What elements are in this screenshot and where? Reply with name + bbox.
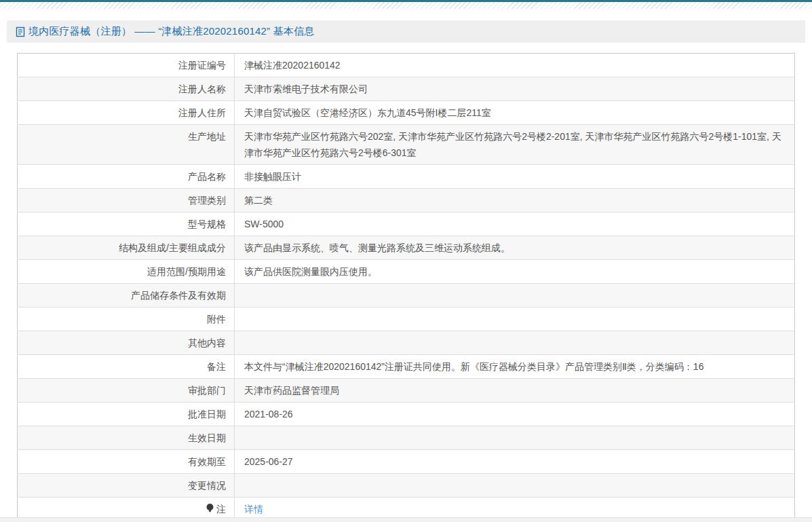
table-row: 变更情况 <box>18 474 795 498</box>
page-header: 境内医疗器械（注册） —— “津械注准20202160142” 基本信息 <box>7 20 805 43</box>
row-label-text: 有效期至 <box>188 456 226 467</box>
row-label: 注册证编号 <box>18 54 235 77</box>
row-label-text: 适用范围/预期用途 <box>147 266 226 277</box>
row-label-text: 备注 <box>207 361 226 372</box>
footer-band <box>0 517 812 522</box>
table-row: 适用范围/预期用途该产品供医院测量眼内压使用。 <box>18 260 795 284</box>
row-label-text: 批准日期 <box>188 409 226 420</box>
row-label-text: 注册证编号 <box>178 60 226 71</box>
row-value: 2025-06-27 <box>235 450 795 474</box>
row-label-text: 注册人住所 <box>178 107 226 118</box>
row-value <box>235 307 795 331</box>
row-value: 天津市药品监督管理局 <box>235 379 795 403</box>
row-value: SW-5000 <box>235 212 795 236</box>
row-value: 天津自贸试验区（空港经济区）东九道45号附I楼二层211室 <box>235 101 795 125</box>
row-label: 适用范围/预期用途 <box>18 260 235 284</box>
table-row: 生效日期 <box>18 426 795 450</box>
row-label-text: 型号规格 <box>188 219 226 229</box>
row-label-text: 审批部门 <box>188 385 226 396</box>
hatch-pattern-band <box>0 2 812 9</box>
row-label-text: 附件 <box>207 314 226 324</box>
bulb-icon <box>206 502 214 519</box>
row-label: 产品名称 <box>18 165 235 189</box>
row-value: 该产品由显示系统、喷气、测量光路系统及三维运动系统组成。 <box>235 236 795 260</box>
row-label-text: 结构及组成/主要组成成分 <box>119 242 226 253</box>
row-label: 产品储存条件及有效期 <box>18 284 235 307</box>
table-row: 型号规格SW-5000 <box>18 212 795 236</box>
row-label: 附件 <box>18 307 235 331</box>
table-row: 管理类别第二类 <box>18 189 795 212</box>
row-label: 备注 <box>18 355 235 379</box>
row-value-text: 2025-06-27 <box>244 456 293 467</box>
row-label: 注册人住所 <box>18 101 235 125</box>
detail-link[interactable]: 详情 <box>244 504 263 515</box>
row-label-text: 产品储存条件及有效期 <box>131 290 226 301</box>
row-value <box>235 474 795 498</box>
row-label: 型号规格 <box>18 212 235 236</box>
row-value-text: 第二类 <box>244 195 273 206</box>
row-value: 该产品供医院测量眼内压使用。 <box>235 260 795 284</box>
row-label-text: 其他内容 <box>188 337 226 348</box>
row-value-text: 该产品供医院测量眼内压使用。 <box>244 266 377 277</box>
row-value-text: SW-5000 <box>244 219 284 229</box>
table-row: 生产地址天津市华苑产业区竹苑路六号202室, 天津市华苑产业区竹苑路六号2号楼2… <box>18 125 795 165</box>
row-label-text: 管理类别 <box>188 195 226 206</box>
row-label: 变更情况 <box>18 474 235 498</box>
row-value <box>235 284 795 307</box>
row-value: 非接触眼压计 <box>235 165 795 189</box>
row-value-text: 2021-08-26 <box>244 409 293 420</box>
table-row: 产品名称非接触眼压计 <box>18 165 795 189</box>
row-label: 审批部门 <box>18 379 235 403</box>
row-label-text: 产品名称 <box>188 171 226 182</box>
row-value-text: 该产品由显示系统、喷气、测量光路系统及三维运动系统组成。 <box>244 242 510 253</box>
row-value: 2021-08-26 <box>235 403 795 426</box>
row-label: 注册人名称 <box>18 77 235 101</box>
row-label-text: 生效日期 <box>188 432 226 443</box>
table-row: 注册人名称天津市索维电子技术有限公司 <box>18 77 795 101</box>
row-value: 第二类 <box>235 189 795 212</box>
row-value: 津械注准20202160142 <box>235 54 795 77</box>
table-row: 附件 <box>18 307 795 331</box>
row-label: 管理类别 <box>18 189 235 212</box>
row-value-text: 津械注准20202160142 <box>244 60 341 71</box>
table-row: 备注本文件与“津械注准20202160142”注册证共同使用。新《医疗器械分类目… <box>18 355 795 379</box>
table-row: 产品储存条件及有效期 <box>18 284 795 307</box>
row-label: 有效期至 <box>18 450 235 474</box>
table-row: 批准日期2021-08-26 <box>18 403 795 426</box>
table-row: 审批部门天津市药品监督管理局 <box>18 379 795 403</box>
row-value: 本文件与“津械注准20202160142”注册证共同使用。新《医疗器械分类目录》… <box>235 355 795 379</box>
row-value: 天津市索维电子技术有限公司 <box>235 77 795 101</box>
row-label: 结构及组成/主要组成成分 <box>18 236 235 260</box>
row-value <box>235 426 795 450</box>
row-value <box>235 331 795 355</box>
table-row: 结构及组成/主要组成成分该产品由显示系统、喷气、测量光路系统及三维运动系统组成。 <box>18 236 795 260</box>
row-label-text: 注 <box>216 504 226 515</box>
row-label: 生效日期 <box>18 426 235 450</box>
row-value-text: 本文件与“津械注准20202160142”注册证共同使用。新《医疗器械分类目录》… <box>244 361 703 372</box>
row-label: 生产地址 <box>18 125 235 165</box>
row-label: 批准日期 <box>18 403 235 426</box>
row-value-text: 天津市药品监督管理局 <box>244 385 339 396</box>
row-label: 其他内容 <box>18 331 235 355</box>
row-value-text: 天津市索维电子技术有限公司 <box>244 83 368 94</box>
table-row: 注册人住所天津自贸试验区（空港经济区）东九道45号附I楼二层211室 <box>18 101 795 125</box>
row-label-text: 生产地址 <box>188 131 226 142</box>
table-row: 其他内容 <box>18 331 795 355</box>
table-row: 有效期至2025-06-27 <box>18 450 795 474</box>
row-label-text: 变更情况 <box>188 480 226 491</box>
registration-info-table: 注册证编号津械注准20202160142注册人名称天津市索维电子技术有限公司注册… <box>17 53 795 522</box>
row-value-text: 天津市华苑产业区竹苑路六号202室, 天津市华苑产业区竹苑路六号2号楼2-201… <box>244 131 781 158</box>
table-row: 注册证编号津械注准20202160142 <box>18 54 795 77</box>
row-value-text: 非接触眼压计 <box>244 171 301 182</box>
row-value: 天津市华苑产业区竹苑路六号202室, 天津市华苑产业区竹苑路六号2号楼2-201… <box>235 125 795 165</box>
row-value-text: 天津自贸试验区（空港经济区）东九道45号附I楼二层211室 <box>244 107 491 118</box>
registration-table-body: 注册证编号津械注准20202160142注册人名称天津市索维电子技术有限公司注册… <box>18 54 795 522</box>
document-icon <box>16 26 25 37</box>
row-label-text: 注册人名称 <box>178 83 226 94</box>
page-title: 境内医疗器械（注册） —— “津械注准20202160142” 基本信息 <box>28 25 314 38</box>
